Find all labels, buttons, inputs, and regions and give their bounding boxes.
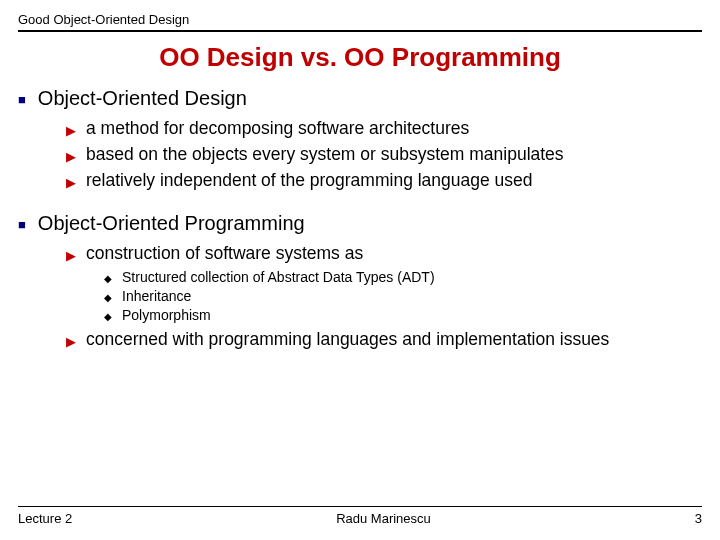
arrow-icon: ▶ — [66, 123, 76, 139]
section-heading: ■ Object-Oriented Design — [18, 87, 702, 110]
section-items: ▶ a method for decomposing software arch… — [66, 118, 702, 192]
list-item: ▶ a method for decomposing software arch… — [66, 118, 702, 140]
list-item-text: construction of software systems as — [86, 243, 363, 265]
nested-item-text: Inheritance — [122, 288, 191, 304]
list-item-text: concerned with programming languages and… — [86, 329, 609, 351]
footer-rule — [18, 506, 702, 507]
diamond-icon: ◆ — [104, 273, 112, 284]
nested-items: ◆ Structured collection of Abstract Data… — [104, 269, 702, 323]
list-item: ▶ relatively independent of the programm… — [66, 170, 702, 192]
arrow-icon: ▶ — [66, 175, 76, 191]
nested-list-item: ◆ Structured collection of Abstract Data… — [104, 269, 702, 285]
list-item-text: relatively independent of the programmin… — [86, 170, 533, 192]
arrow-icon: ▶ — [66, 248, 76, 264]
footer-center: Radu Marinescu — [336, 511, 431, 526]
section-oop: ■ Object-Oriented Programming ▶ construc… — [18, 212, 702, 351]
nested-list-item: ◆ Polymorphism — [104, 307, 702, 323]
header-course: Good Object-Oriented Design — [18, 12, 702, 27]
section-ood: ■ Object-Oriented Design ▶ a method for … — [18, 87, 702, 192]
nested-list-item: ◆ Inheritance — [104, 288, 702, 304]
section-heading: ■ Object-Oriented Programming — [18, 212, 702, 235]
nested-item-text: Polymorphism — [122, 307, 211, 323]
slide-title: OO Design vs. OO Programming — [18, 42, 702, 73]
footer: Lecture 2 Radu Marinescu 3 — [18, 506, 702, 526]
footer-row: Lecture 2 Radu Marinescu 3 — [18, 511, 702, 526]
header-rule — [18, 30, 702, 32]
footer-left: Lecture 2 — [18, 511, 72, 526]
footer-page-number: 3 — [695, 511, 702, 526]
nested-item-text: Structured collection of Abstract Data T… — [122, 269, 435, 285]
diamond-icon: ◆ — [104, 292, 112, 303]
list-item-text: based on the objects every system or sub… — [86, 144, 564, 166]
list-item: ▶ based on the objects every system or s… — [66, 144, 702, 166]
diamond-icon: ◆ — [104, 311, 112, 322]
arrow-icon: ▶ — [66, 149, 76, 165]
square-bullet-icon: ■ — [18, 93, 26, 106]
list-item: ▶ concerned with programming languages a… — [66, 329, 702, 351]
section-heading-text: Object-Oriented Design — [38, 87, 247, 110]
section-items: ▶ construction of software systems as ◆ … — [66, 243, 702, 351]
square-bullet-icon: ■ — [18, 218, 26, 231]
list-item-text: a method for decomposing software archit… — [86, 118, 469, 140]
section-heading-text: Object-Oriented Programming — [38, 212, 305, 235]
list-item: ▶ construction of software systems as — [66, 243, 702, 265]
arrow-icon: ▶ — [66, 334, 76, 350]
